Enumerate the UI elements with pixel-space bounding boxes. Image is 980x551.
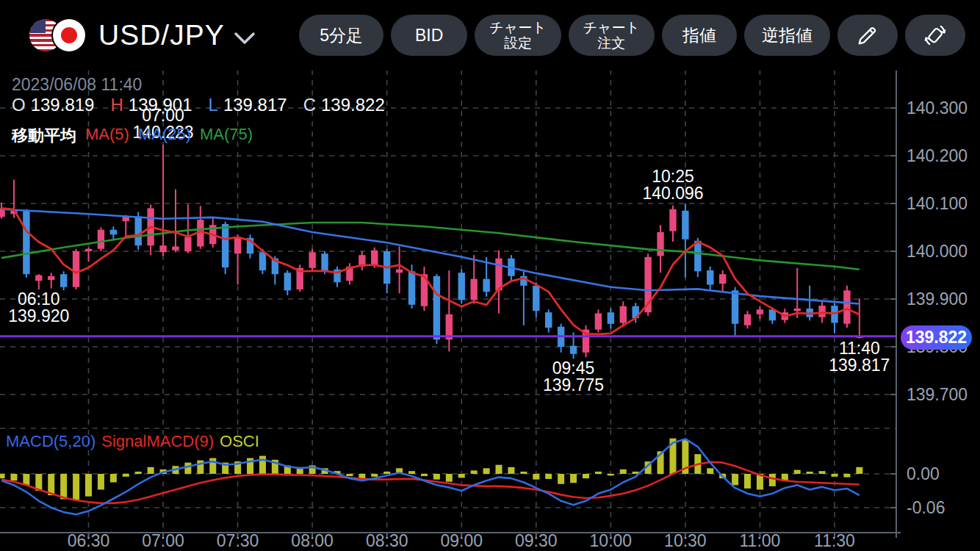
candle [433, 276, 440, 339]
price-axis-label: 139.700 [907, 385, 968, 404]
bid-ask-button[interactable]: BID [391, 15, 467, 56]
symbol-title[interactable]: USD/JPY [98, 19, 225, 51]
candle [694, 241, 701, 272]
rotate-screen-icon [923, 23, 948, 48]
low-value: 139.817 [223, 95, 287, 115]
current-price-badge[interactable]: 139.822 [901, 325, 972, 350]
osci-bar [458, 474, 465, 478]
time-axis-label: 10:30 [664, 531, 707, 550]
price-axis-label: 140.100 [907, 194, 968, 213]
time-axis-label: 07:30 [217, 531, 259, 550]
osci-bar [259, 455, 266, 474]
candle [408, 271, 415, 305]
annotation-label: 140.096 [642, 184, 703, 203]
high-value: 139.901 [129, 95, 192, 115]
candle [818, 306, 825, 317]
macd-line-legend: MACD(5,20) [6, 432, 96, 451]
chart-settings-button[interactable]: チャート 設定 [475, 15, 561, 56]
currency-pair-flags [29, 19, 87, 51]
time-axis-label: 09:00 [440, 531, 483, 550]
high-label: H [110, 95, 123, 115]
low-label: L [209, 95, 218, 115]
osci-bar [620, 469, 627, 474]
candle [595, 314, 602, 330]
osci-legend: OSCI [220, 432, 259, 451]
osci-bar [856, 467, 862, 474]
candle [85, 249, 92, 251]
time-axis-label: 08:30 [366, 531, 408, 550]
osci-bar [135, 472, 142, 474]
candle [135, 217, 142, 246]
ma-legend-title: 移動平均 [12, 125, 76, 147]
osci-bar [421, 474, 428, 476]
macd-axis-label: 0.00 [907, 464, 940, 483]
price-chart[interactable]: 06:3007:0007:3008:0008:3009:0009:3010:00… [0, 0, 980, 551]
chart-datetime: 2023/06/08 11:40 [12, 75, 142, 95]
chevron-down-icon[interactable] [234, 32, 256, 45]
pencil-icon [856, 24, 879, 47]
candle [495, 259, 502, 291]
annotation-label: 139.775 [543, 375, 604, 395]
price-axis-label: 140.000 [907, 242, 968, 261]
candle [458, 273, 465, 300]
osci-bar [595, 472, 602, 474]
candle [222, 224, 228, 267]
osci-bar [608, 474, 614, 475]
candle [321, 253, 328, 270]
osci-bar [707, 468, 713, 474]
annotation-label: 139.920 [8, 306, 69, 325]
osci-bar [807, 472, 813, 474]
timeframe-button[interactable]: 5分足 [299, 15, 383, 56]
candle [570, 346, 577, 354]
candle [73, 251, 79, 287]
osci-bar [545, 474, 552, 479]
osci-bar [732, 474, 738, 485]
candle [608, 312, 614, 324]
chart-order-button[interactable]: チャート 注文 [569, 15, 655, 56]
candle [620, 306, 627, 323]
draw-button[interactable] [837, 15, 898, 56]
rotate-button[interactable] [905, 15, 965, 56]
macd-legend: MACD(5,20) SignalMACD(9) OSCI [6, 432, 259, 451]
osci-bar [583, 474, 589, 478]
limit-order-button[interactable]: 指値 [662, 15, 737, 56]
time-axis-label: 11:30 [814, 531, 855, 550]
open-value: 139.819 [31, 95, 95, 115]
candle [682, 211, 688, 240]
osci-bar [570, 474, 577, 483]
price-axis-label: 140.300 [907, 98, 968, 118]
candle [396, 270, 403, 273]
candle [744, 314, 751, 325]
stop-order-button[interactable]: 逆指値 [744, 15, 830, 56]
ohlc-readout: O139.819 H139.901 L139.817 C139.822 [12, 95, 385, 115]
osci-bar [483, 468, 490, 474]
osci-bar [819, 471, 826, 474]
osci-bar [184, 463, 191, 474]
candle [60, 274, 67, 287]
header-bar: USD/JPY 5分足 BID チャート 設定 チャート 注文 指値 逆指値 [0, 0, 980, 71]
candle [769, 309, 776, 320]
osci-bar [148, 467, 154, 474]
osci-bar [832, 474, 838, 477]
signal-line-legend: SignalMACD(9) [101, 432, 214, 451]
osci-bar [446, 474, 453, 482]
osci-bar [408, 471, 415, 474]
osci-bar [10, 474, 17, 480]
header-buttons: 5分足 BID チャート 設定 チャート 注文 指値 逆指値 [299, 15, 965, 56]
candle [545, 312, 552, 328]
open-label: O [12, 95, 26, 115]
osci-bar [843, 474, 850, 478]
osci-bar [123, 474, 129, 477]
candle [259, 252, 266, 270]
osci-bar [558, 474, 564, 484]
time-axis-label: 07:00 [142, 531, 184, 550]
candle [234, 237, 241, 254]
osci-bar [520, 472, 527, 474]
candle [707, 270, 713, 285]
osci-bar [346, 474, 353, 476]
osci-bar [23, 474, 29, 485]
candle [159, 245, 166, 252]
candle [732, 290, 738, 324]
price-axis-label: 140.200 [907, 146, 968, 165]
ma5-legend: MA(5) [85, 125, 129, 147]
